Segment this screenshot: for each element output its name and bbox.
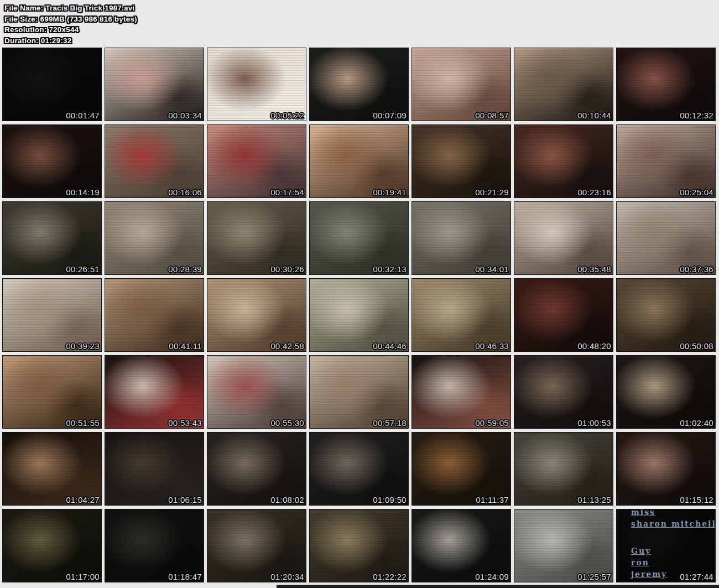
frame-timestamp: 00:03:34 <box>168 111 202 120</box>
frame-timestamp: 00:01:47 <box>66 111 100 120</box>
video-frame-thumbnail: 01:17:00 <box>2 509 102 582</box>
frame-timestamp: 00:21:29 <box>475 188 509 197</box>
video-frame-thumbnail: 00:10:44 <box>514 48 613 121</box>
frame-timestamp: 00:10:44 <box>577 111 611 120</box>
frame-timestamp: 00:23:16 <box>577 188 611 197</box>
frame-timestamp: 01:02:40 <box>680 418 713 428</box>
frame-timestamp: 01:22:22 <box>373 572 407 581</box>
video-frame-thumbnail: 01:24:09 <box>411 509 511 582</box>
frame-timestamp: 00:37:36 <box>680 264 713 274</box>
video-frame-thumbnail: 00:01:47 <box>2 48 102 121</box>
frame-timestamp: 00:19:41 <box>373 188 407 197</box>
credit-line: miss <box>631 509 655 518</box>
file-name-line: File Name: Tracis Big Trick 1987.avi <box>4 3 137 14</box>
frame-timestamp: 00:53:43 <box>168 418 202 428</box>
frame-timestamp: 01:17:00 <box>66 572 100 581</box>
video-frame-thumbnail: 01:18:47 <box>105 509 204 582</box>
frame-timestamp: 01:24:09 <box>475 572 509 581</box>
frame-timestamp: 00:08:57 <box>475 111 509 120</box>
video-frame-thumbnail: 00:35:48 <box>514 201 613 275</box>
frame-timestamp: 00:14:19 <box>66 188 100 197</box>
thumbnail-grid: 00:01:4700:03:3400:05:2200:07:0900:08:57… <box>2 48 717 582</box>
video-frame-thumbnail: 00:25:04 <box>616 124 716 198</box>
frame-timestamp: 00:32:13 <box>373 264 407 274</box>
frame-timestamp: 00:44:46 <box>373 341 407 351</box>
credit-line: sharon mitchell <box>631 518 716 530</box>
frame-timestamp: 00:59:05 <box>475 418 509 428</box>
frame-timestamp: 01:20:34 <box>270 572 304 581</box>
video-frame-thumbnail: 00:39:23 <box>2 278 102 352</box>
video-frame-thumbnail: 01:11:37 <box>411 432 511 506</box>
credits-cast-names: Guyronjeremy <box>631 545 667 580</box>
credits-cast-names: misssharon mitchell <box>631 509 716 530</box>
video-frame-thumbnail: misssharon mitchellGuyronjeremy01:27:44 <box>616 509 716 582</box>
frame-timestamp: 00:55:30 <box>270 418 304 428</box>
video-frame-thumbnail: 00:03:34 <box>105 48 204 121</box>
frame-timestamp: 00:12:32 <box>680 111 713 120</box>
file-size-line: File Size: 699MB (733 986 816 bytes) <box>4 14 137 25</box>
frame-timestamp: 00:41:11 <box>169 341 202 351</box>
video-frame-thumbnail: 00:17:54 <box>207 124 306 198</box>
video-frame-thumbnail: 00:42:58 <box>207 278 306 352</box>
frame-timestamp: 01:15:12 <box>680 495 713 504</box>
video-frame-thumbnail: 01:08:02 <box>207 432 306 506</box>
frame-timestamp: 01:06:15 <box>168 495 202 504</box>
video-frame-thumbnail: 00:26:51 <box>2 201 102 275</box>
video-frame-thumbnail: 00:05:22 <box>207 48 306 121</box>
frame-timestamp: 00:16:06 <box>168 188 202 197</box>
video-frame-thumbnail: 00:48:20 <box>514 278 613 352</box>
video-frame-thumbnail: 01:20:34 <box>207 509 306 582</box>
video-frame-thumbnail: 00:30:26 <box>207 201 306 275</box>
video-frame-thumbnail: 01:06:15 <box>105 432 204 506</box>
credit-line: ron <box>631 557 649 569</box>
video-frame-thumbnail: 00:34:01 <box>411 201 511 275</box>
video-frame-thumbnail: 00:50:08 <box>616 278 716 352</box>
video-frame-thumbnail: 00:08:57 <box>411 48 511 121</box>
frame-timestamp: 01:11:37 <box>476 495 509 504</box>
video-frame-thumbnail: 00:14:19 <box>2 124 102 198</box>
frame-timestamp: 00:50:08 <box>680 341 713 351</box>
video-frame-thumbnail: 01:15:12 <box>616 432 716 506</box>
video-frame-thumbnail: 01:02:40 <box>616 355 716 429</box>
frame-timestamp: 00:57:18 <box>373 418 407 428</box>
frame-timestamp: 00:46:33 <box>475 341 509 351</box>
video-frame-thumbnail: 00:16:06 <box>105 124 204 198</box>
video-frame-thumbnail: 01:25:57 <box>514 509 613 582</box>
video-frame-thumbnail: 00:19:41 <box>309 124 409 198</box>
video-frame-thumbnail: 00:37:36 <box>616 201 716 275</box>
frame-timestamp: 00:07:09 <box>373 111 407 120</box>
video-frame-thumbnail: 01:13:25 <box>514 432 613 506</box>
video-frame-thumbnail: 00:51:55 <box>2 355 102 429</box>
video-frame-thumbnail: 00:59:05 <box>411 355 511 429</box>
video-frame-thumbnail: 01:09:50 <box>309 432 409 506</box>
video-frame-thumbnail: 01:04:27 <box>2 432 102 506</box>
frame-timestamp: 00:30:26 <box>270 264 304 274</box>
video-frame-thumbnail: 00:07:09 <box>309 48 409 121</box>
frame-timestamp: 00:25:04 <box>680 188 713 197</box>
video-frame-thumbnail: 00:32:13 <box>309 201 409 275</box>
video-frame-thumbnail: 00:46:33 <box>411 278 511 352</box>
frame-timestamp: 01:13:25 <box>577 495 611 504</box>
file-info-header: File Name: Tracis Big Trick 1987.avi Fil… <box>4 3 137 46</box>
frame-timestamp: 01:00:53 <box>577 418 611 428</box>
frame-timestamp: 00:17:54 <box>270 188 304 197</box>
frame-timestamp: 00:05:22 <box>270 111 304 120</box>
frame-timestamp: 00:48:20 <box>577 341 611 351</box>
frame-timestamp: 01:27:44 <box>680 572 713 581</box>
resolution-line: Resolution: 720x544 <box>4 24 137 35</box>
frame-timestamp: 00:39:23 <box>66 341 100 351</box>
video-frame-thumbnail: 01:22:22 <box>309 509 409 582</box>
background-window-edge <box>277 585 719 588</box>
frame-timestamp: 01:09:50 <box>373 495 407 504</box>
frame-timestamp: 01:18:47 <box>168 572 202 581</box>
video-frame-thumbnail: 00:12:32 <box>616 48 716 121</box>
credit-line: jeremy <box>631 569 667 580</box>
video-frame-thumbnail: 01:00:53 <box>514 355 613 429</box>
frame-timestamp: 00:26:51 <box>66 264 100 274</box>
video-frame-thumbnail: 00:57:18 <box>309 355 409 429</box>
video-frame-thumbnail: 00:21:29 <box>411 124 511 198</box>
frame-timestamp: 00:35:48 <box>577 264 611 274</box>
credit-line: Guy <box>631 545 651 557</box>
frame-timestamp: 01:25:57 <box>577 572 611 581</box>
frame-timestamp: 00:34:01 <box>475 264 509 274</box>
